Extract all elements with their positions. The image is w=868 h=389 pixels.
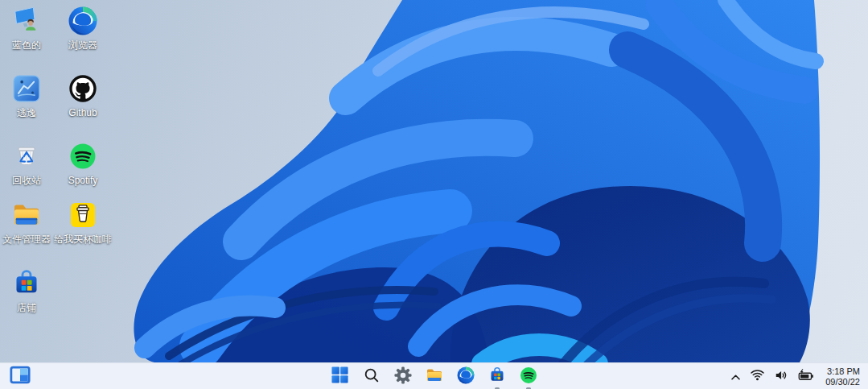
file-explorer-button[interactable] (424, 366, 445, 387)
desktop-icon-browser[interactable]: 浏览器 (52, 5, 113, 52)
taskbar: 3:18 PM 09/30/22 (0, 362, 868, 389)
desktop-icon-label: 回收站 (12, 175, 41, 187)
clock-date: 09/30/22 (825, 377, 860, 387)
magnifier-icon (363, 366, 381, 387)
spotify-button[interactable] (518, 366, 539, 387)
yellow-folder-icon (425, 366, 444, 388)
wallpaper-bloom (0, 0, 868, 362)
clock[interactable]: 3:18 PM 09/30/22 (822, 366, 863, 387)
store-button[interactable] (487, 366, 508, 387)
desktop-icon-escape-game[interactable]: 逃逸 (0, 72, 57, 119)
gear-icon (394, 366, 412, 387)
desktop-icon-label: 文件管理器 (2, 234, 51, 246)
desktop-icon-buy-me-a-coffee[interactable]: 给我买杯咖啡 (52, 199, 113, 246)
octocat-icon (67, 72, 99, 105)
widgets-button[interactable] (10, 366, 31, 387)
desktop-icon-recycle-bin[interactable]: 回收站 (0, 140, 57, 187)
shopping-bag-icon (10, 267, 43, 300)
window-panes-icon (10, 366, 31, 387)
desktop-icon-label: 逃逸 (17, 107, 36, 119)
recycle-bin-icon (10, 140, 43, 172)
shopping-bag-icon (487, 366, 507, 388)
desktop: 蓝色的 浏览器 逃逸 (0, 0, 868, 389)
network-button[interactable] (748, 367, 767, 387)
wifi-icon (750, 369, 765, 385)
edge-button[interactable] (455, 366, 476, 387)
chevron-up-icon (730, 370, 741, 384)
clock-time: 3:18 PM (825, 366, 860, 377)
battery-button[interactable] (796, 367, 817, 387)
spotify-waves-icon (519, 366, 538, 388)
desktop-icon-label: Spotify (68, 175, 98, 187)
windows-logo-icon (331, 366, 349, 387)
battery-icon (798, 369, 815, 385)
tray-chevron-button[interactable] (729, 368, 743, 386)
start-button[interactable] (330, 366, 351, 387)
settings-button[interactable] (393, 366, 413, 387)
search-button[interactable] (361, 366, 382, 387)
spotify-waves-icon (67, 140, 99, 172)
volume-button[interactable] (772, 367, 791, 387)
edge-swirl-icon (456, 366, 475, 388)
desktop-icon-file-manager[interactable]: 文件管理器 (0, 199, 57, 246)
desktop-icon-label: 浏览器 (68, 39, 97, 52)
desktop-icon-label: 蓝色的 (12, 39, 41, 52)
monitor-person-icon (10, 5, 43, 37)
desktop-icon-label: 店铺 (17, 302, 36, 314)
desktop-icon-label: 给我买杯咖啡 (54, 234, 112, 246)
speaker-icon (774, 369, 789, 385)
desktop-icon-github[interactable]: Github (52, 72, 113, 119)
coffee-cup-icon (67, 199, 99, 231)
desktop-icon-label: Github (68, 107, 97, 119)
desktop-icon-blue-remote[interactable]: 蓝色的 (0, 5, 57, 52)
desktop-icon-store[interactable]: 店铺 (0, 267, 57, 314)
blue-game-icon (10, 72, 43, 105)
yellow-folder-icon (10, 199, 43, 231)
desktop-icon-spotify[interactable]: Spotify (52, 140, 113, 187)
edge-swirl-icon (67, 5, 99, 37)
